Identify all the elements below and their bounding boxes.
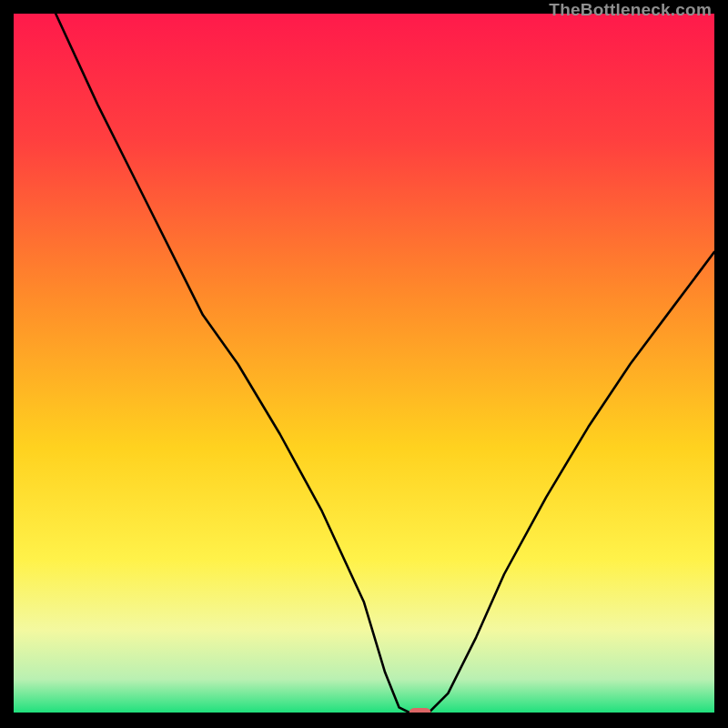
bottleneck-chart (14, 14, 714, 714)
chart-frame: TheBottleneck.com (0, 0, 728, 728)
gradient-background (14, 14, 714, 714)
watermark-text: TheBottleneck.com (549, 0, 712, 20)
